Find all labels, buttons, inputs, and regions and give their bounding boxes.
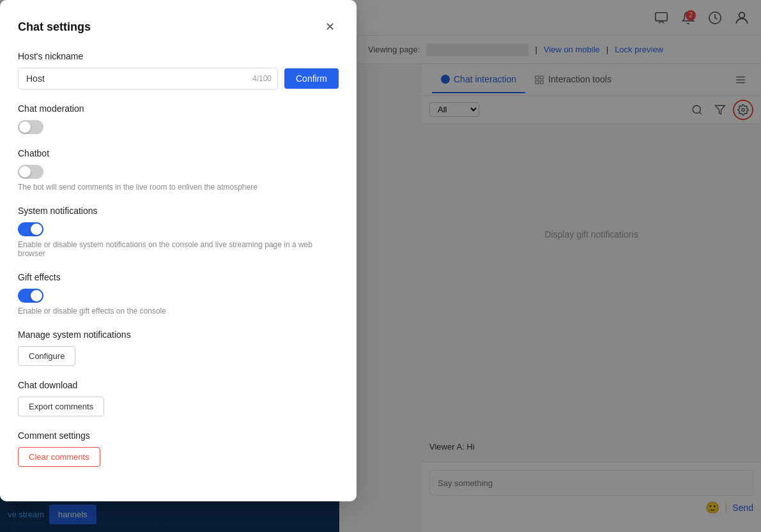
toggle-thumb (31, 290, 42, 301)
comment-settings-section: Comment settings Clear comments (18, 430, 339, 467)
chatbot-toggle[interactable] (18, 165, 43, 179)
system-notifications-section: System notifications Enable or disable s… (18, 206, 339, 258)
chat-moderation-toggle[interactable] (18, 120, 43, 134)
configure-button[interactable]: Configure (18, 346, 75, 366)
chatbot-label: Chatbot (18, 148, 339, 158)
system-notifications-description: Enable or disable system notifications o… (18, 240, 339, 258)
manage-notifications-label: Manage system notifications (18, 330, 339, 340)
chat-download-section: Chat download Export comments (18, 380, 339, 416)
chatbot-section: Chatbot The bot will send comments in th… (18, 148, 339, 192)
comment-settings-label: Comment settings (18, 430, 339, 441)
chat-moderation-section: Chat moderation (18, 103, 339, 134)
gift-effects-description: Enable or disable gift effects on the co… (18, 307, 339, 315)
chat-moderation-toggle-wrap (18, 120, 339, 134)
gift-effects-toggle[interactable] (18, 289, 43, 303)
system-notifications-toggle[interactable] (18, 222, 43, 236)
clear-comments-button[interactable]: Clear comments (18, 447, 100, 467)
gift-effects-toggle-wrap (18, 289, 339, 303)
modal-close-button[interactable]: ✕ (321, 18, 339, 36)
toggle-thumb (31, 224, 42, 235)
nickname-counter: 4/100 (252, 74, 272, 83)
modal-overlay: Chat settings ✕ Host's nickname 4/100 Co… (0, 0, 761, 532)
system-notifications-label: System notifications (18, 206, 339, 216)
nickname-input-wrap: 4/100 (18, 68, 278, 89)
chat-settings-modal: Chat settings ✕ Host's nickname 4/100 Co… (0, 0, 357, 501)
nickname-input[interactable] (18, 68, 278, 89)
nickname-row: 4/100 Confirm (18, 68, 339, 89)
toggle-thumb (19, 166, 31, 178)
confirm-button[interactable]: Confirm (284, 68, 339, 89)
modal-header: Chat settings ✕ (18, 18, 339, 36)
chat-download-label: Chat download (18, 380, 339, 390)
host-nickname-section: Host's nickname 4/100 Confirm (18, 51, 339, 89)
gift-effects-section: Gift effects Enable or disable gift effe… (18, 272, 339, 315)
manage-notifications-section: Manage system notifications Configure (18, 330, 339, 366)
chatbot-toggle-wrap (18, 165, 339, 179)
host-nickname-label: Host's nickname (18, 51, 339, 61)
chatbot-description: The bot will send comments in the live r… (18, 183, 339, 192)
system-notifications-toggle-wrap (18, 222, 339, 236)
modal-title: Chat settings (18, 20, 91, 34)
toggle-thumb (19, 121, 31, 133)
export-comments-button[interactable]: Export comments (18, 397, 104, 416)
chat-moderation-label: Chat moderation (18, 103, 339, 114)
gift-effects-label: Gift effects (18, 272, 339, 282)
